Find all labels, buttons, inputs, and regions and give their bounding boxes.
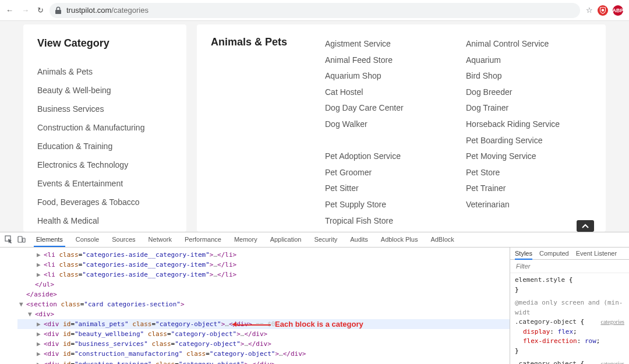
dom-tree-row[interactable]: ▶<li class="categories-aside__category-i… (17, 270, 510, 280)
subcategory-link[interactable]: Veterinarian (466, 197, 592, 213)
css-rule[interactable]: @media only screen and (min-widt.categor… (515, 298, 624, 356)
scroll-to-top-button[interactable] (577, 220, 594, 232)
star-icon[interactable]: ☆ (586, 6, 593, 15)
dom-tree-row[interactable]: </aside> (17, 289, 510, 299)
toggle-device-icon[interactable] (17, 235, 26, 245)
dom-tree-row[interactable]: ▶<div id="business_services" class="cate… (17, 339, 510, 349)
dom-tree-row[interactable]: ▶<div id="animals_pets" class="category-… (17, 319, 510, 329)
styles-filter-input[interactable] (515, 262, 624, 270)
annotation-arrowhead (232, 322, 236, 327)
category-sidebar-list: Animals & PetsBeauty & Well-beingBusines… (37, 62, 172, 232)
nav-buttons: ← → ↻ (6, 6, 44, 15)
dom-tree-row[interactable]: ▶<li class="categories-aside__category-i… (17, 260, 510, 270)
subcategory-link[interactable]: Horseback Riding Service (466, 116, 592, 133)
sidebar-item[interactable]: Electronics & Technology (37, 156, 172, 174)
subcategory-link[interactable]: Pet Trainer (466, 181, 592, 197)
devtools-tab[interactable]: Application (268, 233, 304, 246)
styles-rules-list[interactable]: element.style {}@media only screen and (… (510, 273, 629, 364)
subcategory-link[interactable]: Pet Supply Store (325, 197, 451, 213)
devtools-tab[interactable]: Elements (34, 233, 65, 247)
devtools-tab[interactable]: Memory (232, 233, 260, 246)
ublock-origin-icon[interactable] (598, 5, 608, 16)
styles-tab[interactable]: Computed (539, 250, 569, 257)
subcategory-column: Animal Control ServiceAquariumBird ShopD… (466, 36, 592, 232)
subcategory-link[interactable]: Aquarium Shop (325, 68, 451, 84)
toolbar-right: ☆ ABP (586, 5, 623, 16)
dom-tree-row[interactable]: ▼<section class="card categories-section… (17, 299, 510, 309)
subcategory-link[interactable]: Pet Boarding Service (466, 133, 592, 149)
subcategory-link[interactable]: Pet Store (466, 165, 592, 181)
url-path: /categories (111, 6, 149, 15)
dom-tree-row[interactable]: ▶<li class="categories-aside__category-i… (17, 250, 510, 260)
subcategory-link[interactable]: Animal Control Service (466, 36, 592, 52)
reload-button[interactable]: ↻ (37, 6, 44, 15)
css-source-link[interactable]: categories (600, 317, 624, 326)
devtools-inspect-icons (5, 235, 26, 245)
sidebar-view-category: View Category Animals & PetsBeauty & Wel… (23, 24, 186, 232)
css-source-link[interactable]: categories (600, 359, 624, 364)
subcategory-link[interactable]: Tropical Fish Store (325, 213, 451, 229)
devtools-tab[interactable]: Network (146, 233, 174, 246)
page-content: View Category Animals & PetsBeauty & Wel… (0, 21, 629, 232)
url-text: trustpilot.com/categories (66, 6, 149, 15)
sidebar-item[interactable]: Health & Medical (37, 211, 172, 230)
subcategory-link[interactable]: Animal Feed Store (325, 52, 451, 69)
styles-tab[interactable]: Styles (515, 250, 532, 260)
sidebar-title: View Category (37, 37, 172, 50)
svg-rect-3 (23, 238, 25, 242)
subcategory-link[interactable]: Agistment Service (325, 36, 451, 52)
subcategory-link[interactable]: Bird Shop (466, 68, 592, 84)
dom-tree-row[interactable]: </ul> (17, 280, 510, 289)
sidebar-item[interactable]: Beauty & Well-being (37, 81, 172, 100)
main-categories-card: Animals & PetsAgistment ServiceAnimal Fe… (197, 24, 606, 232)
dom-tree-row[interactable]: ▼<div> (17, 309, 510, 319)
subcategory-link[interactable]: Pet Groomer (325, 165, 451, 181)
svg-rect-2 (18, 236, 22, 242)
category-heading: Animals & Pets (211, 36, 310, 48)
devtools-tab[interactable]: Security (312, 233, 340, 246)
devtools-tab[interactable]: Audits (348, 233, 370, 246)
sidebar-item[interactable]: Events & Entertainment (37, 174, 172, 193)
devtools-tab[interactable]: Sources (109, 233, 137, 246)
subcategory-link[interactable]: Aquarium (466, 52, 592, 69)
devtools-styles-pane: StylesComputedEvent Listener element.sty… (510, 248, 629, 364)
styles-tab[interactable]: Event Listener (576, 250, 617, 257)
subcategory-link[interactable]: Dog Walker (325, 116, 451, 133)
forward-button[interactable]: → (22, 6, 29, 15)
css-rule[interactable]: element.style {} (515, 275, 624, 295)
chrome-devtools: ElementsConsoleSourcesNetworkPerformance… (0, 232, 629, 364)
css-rule[interactable]: .category-object {categoriesdisplay: non… (515, 359, 624, 364)
sidebar-item[interactable]: Education & Training (37, 137, 172, 156)
annotation-arrow-line (236, 324, 271, 326)
subcategory-column: Agistment ServiceAnimal Feed StoreAquari… (325, 36, 451, 232)
adblock-plus-icon[interactable]: ABP (613, 5, 623, 16)
inspect-element-icon[interactable] (5, 235, 13, 245)
devtools-tab-bar: ElementsConsoleSourcesNetworkPerformance… (0, 232, 629, 248)
dom-tree-row[interactable]: ▶<div id="beauty_wellbeing" class="categ… (17, 329, 510, 339)
sidebar-item[interactable]: Food, Beverages & Tobacco (37, 193, 172, 211)
annotation-text: Each block is a category (275, 319, 363, 330)
devtools-tab[interactable]: Adblock Plus (379, 233, 420, 246)
subcategory-link[interactable]: Dog Trainer (466, 100, 592, 116)
devtools-tab[interactable]: Console (73, 233, 101, 246)
subcategory-link[interactable]: Dog Day Care Center (325, 100, 451, 116)
subcategory-link[interactable]: Pet Sitter (325, 181, 451, 197)
dom-tree-row[interactable]: ▶<div id="education_training" class="cat… (17, 359, 510, 364)
sidebar-item[interactable]: Business Services (37, 100, 172, 118)
lock-icon (55, 6, 62, 14)
browser-toolbar: ← → ↻ trustpilot.com/categories ☆ ABP (0, 0, 629, 21)
dom-tree-row[interactable]: ▶<div id="construction_manufactoring" cl… (17, 349, 510, 359)
subcategory-link[interactable]: Dog Breeder (466, 84, 592, 101)
subcategory-link[interactable]: Pet Moving Service (466, 149, 592, 165)
styles-tab-bar: StylesComputedEvent Listener (510, 248, 629, 260)
address-bar[interactable]: trustpilot.com/categories (50, 3, 580, 18)
sidebar-item[interactable]: Animals & Pets (37, 62, 172, 81)
back-button[interactable]: ← (6, 6, 13, 15)
devtools-tab[interactable]: Performance (182, 233, 224, 246)
styles-filter (510, 260, 629, 273)
devtools-dom-tree[interactable]: ▶<li class="categories-aside__category-i… (0, 248, 510, 364)
subcategory-link[interactable]: Pet Adoption Service (325, 149, 451, 165)
sidebar-item[interactable]: Construction & Manufacturing (37, 118, 172, 137)
devtools-tab[interactable]: AdBlock (428, 233, 456, 246)
subcategory-link[interactable]: Cat Hostel (325, 84, 451, 101)
